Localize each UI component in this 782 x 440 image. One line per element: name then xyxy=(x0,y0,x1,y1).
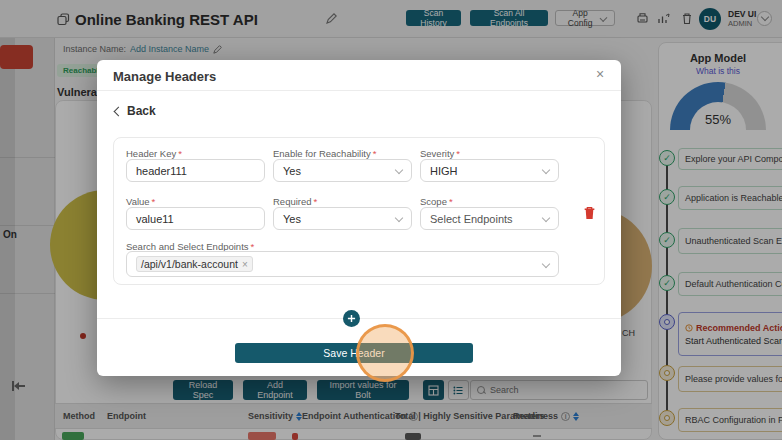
required-label: Required xyxy=(273,196,317,207)
chevron-down-icon xyxy=(395,166,403,174)
severity-label: Severity xyxy=(420,148,460,159)
back-button[interactable]: Back xyxy=(115,104,156,118)
manage-headers-modal: Manage Headers Back Header Key header111… xyxy=(97,60,621,376)
header-key-label: Header Key xyxy=(126,148,182,159)
chevron-down-icon xyxy=(395,214,403,222)
save-header-button[interactable]: Save Header xyxy=(235,343,473,363)
value-input[interactable]: value11 xyxy=(126,207,265,230)
close-icon[interactable] xyxy=(591,65,609,83)
severity-select[interactable]: HIGH xyxy=(420,159,559,182)
plus-icon xyxy=(347,314,356,323)
chevron-down-icon xyxy=(542,166,550,174)
remove-tag-icon[interactable] xyxy=(242,259,248,270)
header-fields-group: Header Key header111 Enable for Reachabi… xyxy=(113,137,605,285)
trash-icon xyxy=(583,206,596,220)
enable-reachability-select[interactable]: Yes xyxy=(273,159,412,182)
chevron-down-icon xyxy=(542,260,550,268)
scope-select[interactable]: Select Endpoints xyxy=(420,207,559,230)
header-key-input[interactable]: header111 xyxy=(126,159,265,182)
app-root: Online Banking REST API Scan History Sca… xyxy=(0,0,782,440)
delete-header-row-button[interactable] xyxy=(583,206,596,223)
required-select[interactable]: Yes xyxy=(273,207,412,230)
scope-label: Scope xyxy=(420,196,453,207)
add-header-row-button[interactable] xyxy=(343,310,360,327)
endpoint-tag: /api/v1/bank-account xyxy=(136,256,253,272)
chevron-down-icon xyxy=(542,214,550,222)
endpoints-multiselect[interactable]: /api/v1/bank-account xyxy=(126,251,559,277)
enable-reachability-label: Enable for Reachability xyxy=(273,148,376,159)
chevron-left-icon xyxy=(114,106,124,116)
modal-title: Manage Headers xyxy=(113,69,216,84)
value-label: Value xyxy=(126,196,155,207)
